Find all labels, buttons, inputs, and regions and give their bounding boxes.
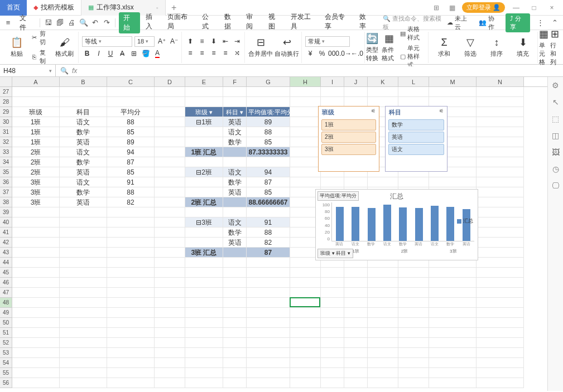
cell-B37[interactable]: 数学 <box>60 187 107 197</box>
cell-F43[interactable] <box>223 248 247 258</box>
cell-D41[interactable] <box>155 228 185 238</box>
cell-D32[interactable] <box>155 137 185 147</box>
fillcolor-button[interactable]: 🪣 <box>141 49 151 59</box>
cell-C44[interactable] <box>107 258 155 268</box>
cell-B38[interactable]: 英语 <box>60 197 107 207</box>
cell-F27[interactable] <box>223 87 247 97</box>
cell-E49[interactable] <box>185 308 223 318</box>
cell-A28[interactable] <box>12 97 60 107</box>
cell-F36[interactable]: 数学 <box>223 177 247 187</box>
indent-dec[interactable]: ⇤ <box>220 36 230 46</box>
row-header-37[interactable]: 37 <box>0 187 12 197</box>
cell-B39[interactable] <box>60 207 107 217</box>
cell-N47[interactable] <box>477 288 524 298</box>
collapse-icon[interactable]: ⌃ <box>551 18 560 28</box>
cloud-status[interactable]: ☁未上云 <box>446 14 472 32</box>
cell-A47[interactable] <box>12 288 60 298</box>
cell-E55[interactable] <box>185 368 223 378</box>
paste-button[interactable]: 📋粘贴 <box>6 36 28 58</box>
row-header-27[interactable]: 27 <box>0 87 12 97</box>
cell-N27[interactable] <box>477 87 524 97</box>
row-header-39[interactable]: 39 <box>0 207 12 217</box>
cell-B45[interactable] <box>60 268 107 278</box>
cell-B31[interactable]: 数学 <box>60 127 107 137</box>
cell-E47[interactable] <box>185 288 223 298</box>
row-header-45[interactable]: 45 <box>0 268 12 278</box>
cell-A29[interactable]: 班级 <box>12 107 60 117</box>
cell-B40[interactable] <box>60 217 107 228</box>
saveas-icon[interactable]: 🗐 <box>55 18 65 28</box>
preview-icon[interactable]: 🔍 <box>79 18 88 28</box>
row-header-50[interactable]: 50 <box>0 318 12 328</box>
cell-F37[interactable]: 英语 <box>223 187 247 197</box>
comma-button[interactable]: 000 <box>329 49 339 59</box>
slicer-class-item-1[interactable]: 2班 <box>321 132 376 143</box>
cell-K56[interactable] <box>368 378 398 388</box>
cell-G47[interactable] <box>247 288 290 298</box>
cell-N29[interactable] <box>477 107 524 117</box>
row-header-29[interactable]: 29 <box>0 107 12 117</box>
cell-M56[interactable] <box>429 378 477 388</box>
cell-B53[interactable] <box>60 348 107 358</box>
cell-A50[interactable] <box>12 318 60 328</box>
cell-K48[interactable] <box>368 298 398 308</box>
window-minimize[interactable]: — <box>509 4 523 12</box>
strike-button[interactable]: A̶ <box>117 49 127 59</box>
numfmt-select[interactable]: 常规 <box>305 36 350 47</box>
row-header-49[interactable]: 49 <box>0 308 12 318</box>
cell-A48[interactable] <box>12 298 60 308</box>
cell-N33[interactable] <box>477 147 524 157</box>
cell-B43[interactable] <box>60 248 107 258</box>
slicer-subject-filter-icon[interactable]: ⚟ <box>439 108 444 117</box>
cell-N32[interactable] <box>477 137 524 147</box>
row-header-38[interactable]: 38 <box>0 197 12 207</box>
col-header-D[interactable]: D <box>155 77 185 86</box>
cell-G48[interactable] <box>247 298 290 308</box>
cell-K49[interactable] <box>368 308 398 318</box>
cell-G53[interactable] <box>247 348 290 358</box>
bold-button[interactable]: B <box>82 49 92 59</box>
cell-A54[interactable] <box>12 358 60 368</box>
cell-A52[interactable] <box>12 338 60 348</box>
cell-A37[interactable]: 3班 <box>12 187 60 197</box>
cell-L50[interactable] <box>398 318 429 328</box>
cell-H52[interactable] <box>290 338 321 348</box>
cell-H48[interactable] <box>290 298 321 308</box>
cell-E43[interactable]: 3班 汇总 <box>185 248 223 258</box>
cell-H47[interactable] <box>290 288 321 298</box>
cell-D38[interactable] <box>155 197 185 207</box>
menu-tab-8[interactable]: 会员专享 <box>320 12 354 33</box>
cell-D45[interactable] <box>155 268 185 278</box>
cell-C31[interactable]: 85 <box>107 127 155 137</box>
window-maximize[interactable]: □ <box>527 4 541 12</box>
cell-N36[interactable] <box>477 177 524 187</box>
cell-B41[interactable] <box>60 228 107 238</box>
cell-F29[interactable]: 科目 ▾ <box>223 107 247 117</box>
cell-E52[interactable] <box>185 338 223 348</box>
coop-button[interactable]: 👥协作 <box>478 14 500 32</box>
cell-G35[interactable]: 94 <box>247 167 290 177</box>
cell-A39[interactable] <box>12 207 60 217</box>
cell-H32[interactable] <box>290 137 321 147</box>
underline-button[interactable]: U <box>105 49 116 59</box>
cell-M45[interactable] <box>429 268 477 278</box>
tablefmt-button[interactable]: ▤表格样式 <box>399 25 426 42</box>
cell-E32[interactable] <box>185 137 223 147</box>
cell-N34[interactable] <box>477 157 524 167</box>
cell-I52[interactable] <box>321 338 344 348</box>
cell-D56[interactable] <box>155 378 185 388</box>
row-header-46[interactable]: 46 <box>0 278 12 288</box>
cells-button[interactable]: ▦单元格 <box>539 28 549 66</box>
menu-icon[interactable]: ≡ <box>3 18 13 28</box>
row-header-32[interactable]: 32 <box>0 137 12 147</box>
cell-D44[interactable] <box>155 258 185 268</box>
cell-G32[interactable]: 85 <box>247 137 290 147</box>
more-icon[interactable]: ⋮ <box>536 18 545 28</box>
cell-D50[interactable] <box>155 318 185 328</box>
row-header-51[interactable]: 51 <box>0 328 12 338</box>
cell-D40[interactable] <box>155 217 185 228</box>
cell-B33[interactable]: 语文 <box>60 147 107 157</box>
cell-D35[interactable] <box>155 167 185 177</box>
window-close[interactable]: × <box>545 4 559 12</box>
border-button[interactable]: ⊞ <box>129 49 139 59</box>
